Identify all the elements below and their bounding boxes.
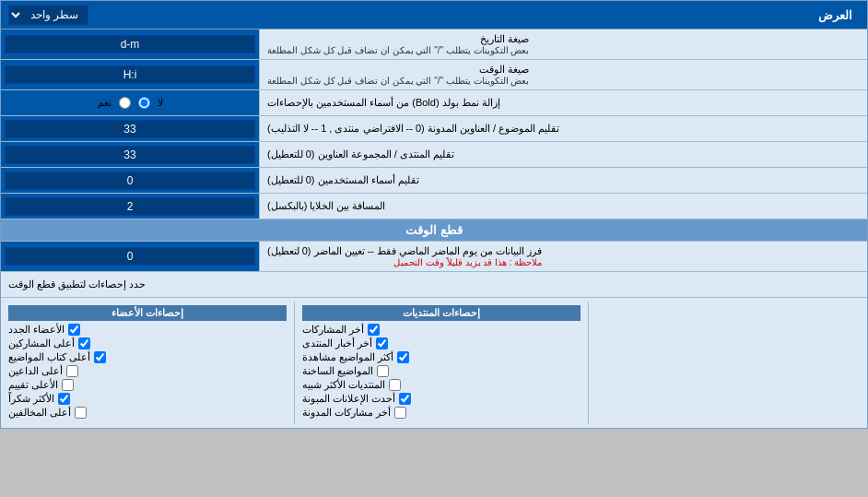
- space-row: المسافة بين الخلايا (بالبكسل): [1, 194, 867, 219]
- mem-cb-0[interactable]: [68, 324, 80, 336]
- post-cb-1[interactable]: [376, 337, 388, 349]
- time-format-input[interactable]: [5, 65, 255, 84]
- space-input-wrap: [1, 194, 259, 219]
- checkbox-item: أخر المشاركات: [302, 324, 581, 336]
- checkbox-item: أكثر المواضيع مشاهدة: [302, 351, 581, 363]
- user-limit-input-wrap: [1, 168, 259, 193]
- time-cut-section-header: قطع الوقت: [1, 219, 867, 242]
- post-cb-label-0: أخر المشاركات: [302, 324, 364, 336]
- bold-yes-label: نعم: [98, 97, 111, 109]
- checkbox-item: الأكثر شكراً: [8, 393, 287, 405]
- checkbox-item: أخر مشاركات المدونة: [302, 407, 581, 419]
- post-cb-4[interactable]: [389, 379, 401, 391]
- time-cut-input-wrap: [1, 242, 259, 271]
- topic-limit-row: تقليم الموضوع / العناوين المدونة (0 -- ا…: [1, 116, 867, 142]
- bold-yes-radio[interactable]: [119, 97, 131, 109]
- checkbox-item: أعلى المخالفين: [8, 407, 287, 419]
- checkbox-item: أعلى المشاركين: [8, 337, 287, 349]
- post-cb-3[interactable]: [377, 365, 389, 377]
- mem-cb-4[interactable]: [62, 379, 74, 391]
- time-format-input-wrap: [1, 60, 259, 89]
- mem-cb-label-6: أعلى المخالفين: [8, 407, 71, 419]
- mem-cb-label-3: أعلى الداعين: [8, 365, 63, 377]
- limit-stats-label: حدد إحصاءات لتطبيق قطع الوقت: [8, 278, 146, 290]
- mem-cb-5[interactable]: [58, 393, 70, 405]
- limit-stats-row: حدد إحصاءات لتطبيق قطع الوقت: [1, 272, 867, 298]
- date-format-label: صيغة التاريخ بعض التكوينات يتطلب "/" الت…: [259, 30, 867, 59]
- checkbox-item: أعلى الداعين: [8, 365, 287, 377]
- space-label: المسافة بين الخلايا (بالبكسل): [259, 194, 867, 219]
- main-container: العرض سطر واحد صيغة التاريخ بعض التكوينا…: [0, 0, 868, 429]
- time-cut-label: فرز البيانات من يوم الماضر الماضي فقط --…: [259, 242, 867, 271]
- post-cb-label-2: أكثر المواضيع مشاهدة: [302, 351, 393, 363]
- time-cut-row: فرز البيانات من يوم الماضر الماضي فقط --…: [1, 242, 867, 272]
- checkbox-item: الأعلى تقييم: [8, 379, 287, 391]
- checkbox-item: المنتديات الأكثر شبيه: [302, 379, 581, 391]
- bold-radio-group: لا نعم: [90, 95, 170, 111]
- topic-limit-input-wrap: [1, 116, 259, 141]
- date-format-input-wrap: [1, 30, 259, 59]
- date-format-row: صيغة التاريخ بعض التكوينات يتطلب "/" الت…: [1, 30, 867, 60]
- post-cb-label-4: المنتديات الأكثر شبيه: [302, 379, 385, 391]
- time-format-label: صيغة الوقت بعض التكوينات يتطلب "/" التي …: [259, 60, 867, 89]
- user-limit-label: تقليم أسماء المستخدمين (0 للتعطيل): [259, 168, 867, 193]
- checkbox-item: أعلى كتاب المواضيع: [8, 351, 287, 363]
- time-cut-input[interactable]: [5, 247, 255, 266]
- post-cb-label-5: أحدث الإعلانات المبونة: [302, 393, 395, 405]
- forum-limit-input-wrap: [1, 142, 259, 167]
- topic-limit-input[interactable]: [5, 120, 255, 138]
- space-input[interactable]: [5, 197, 255, 216]
- post-cb-5[interactable]: [399, 393, 411, 405]
- display-select-wrap: سطر واحد: [8, 5, 88, 25]
- display-select[interactable]: سطر واحد: [8, 5, 88, 25]
- user-limit-input[interactable]: [5, 172, 255, 190]
- forum-limit-input[interactable]: [5, 146, 255, 164]
- mem-cb-label-0: الأعضاء الجدد: [8, 324, 65, 336]
- checkboxes-columns: إحصاءات المنتديات أخر المشاركات أخر أخبا…: [1, 302, 867, 424]
- time-format-row: صيغة الوقت بعض التكوينات يتطلب "/" التي …: [1, 60, 867, 90]
- mem-cb-3[interactable]: [66, 365, 78, 377]
- bold-no-label: لا: [158, 97, 163, 109]
- topic-limit-label: تقليم الموضوع / العناوين المدونة (0 -- ا…: [259, 116, 867, 141]
- bold-remove-input-wrap: لا نعم: [1, 90, 259, 115]
- bold-no-radio[interactable]: [138, 97, 150, 109]
- posts-col-header: إحصاءات المنتديات: [302, 305, 581, 321]
- checkboxes-area: إحصاءات المنتديات أخر المشاركات أخر أخبا…: [1, 298, 867, 428]
- mem-cb-label-2: أعلى كتاب المواضيع: [8, 351, 90, 363]
- empty-col: [588, 302, 867, 424]
- members-col: إحصاءات الأعضاء الأعضاء الجدد أعلى المشا…: [1, 302, 294, 424]
- post-cb-label-3: المواضيع الساخنة: [302, 365, 373, 377]
- members-col-header: إحصاءات الأعضاء: [8, 305, 287, 321]
- mem-cb-1[interactable]: [78, 337, 90, 349]
- checkbox-item: أحدث الإعلانات المبونة: [302, 393, 581, 405]
- bold-remove-label: إزالة نمط بولد (Bold) من أسماء المستخدمي…: [259, 90, 867, 115]
- checkbox-item: المواضيع الساخنة: [302, 365, 581, 377]
- checkbox-item: الأعضاء الجدد: [8, 324, 287, 336]
- checkbox-item: أخر أخبار المنتدى: [302, 337, 581, 349]
- post-cb-0[interactable]: [368, 324, 380, 336]
- forum-limit-label: تقليم المنتدى / المجموعة العناوين (0 للت…: [259, 142, 867, 167]
- post-cb-label-6: أخر مشاركات المدونة: [302, 407, 391, 419]
- mem-cb-label-5: الأكثر شكراً: [8, 393, 54, 405]
- mem-cb-label-1: أعلى المشاركين: [8, 337, 75, 349]
- post-cb-2[interactable]: [397, 351, 409, 363]
- bold-remove-row: إزالة نمط بولد (Bold) من أسماء المستخدمي…: [1, 90, 867, 116]
- posts-col: إحصاءات المنتديات أخر المشاركات أخر أخبا…: [294, 302, 588, 424]
- post-cb-6[interactable]: [394, 407, 406, 419]
- user-limit-row: تقليم أسماء المستخدمين (0 للتعطيل): [1, 168, 867, 194]
- header-row: العرض سطر واحد: [1, 1, 867, 30]
- mem-cb-6[interactable]: [75, 407, 87, 419]
- date-format-input[interactable]: [5, 35, 255, 53]
- page-label: العرض: [88, 8, 860, 22]
- mem-cb-2[interactable]: [94, 351, 106, 363]
- mem-cb-label-4: الأعلى تقييم: [8, 379, 58, 391]
- post-cb-label-1: أخر أخبار المنتدى: [302, 337, 372, 349]
- forum-limit-row: تقليم المنتدى / المجموعة العناوين (0 للت…: [1, 142, 867, 168]
